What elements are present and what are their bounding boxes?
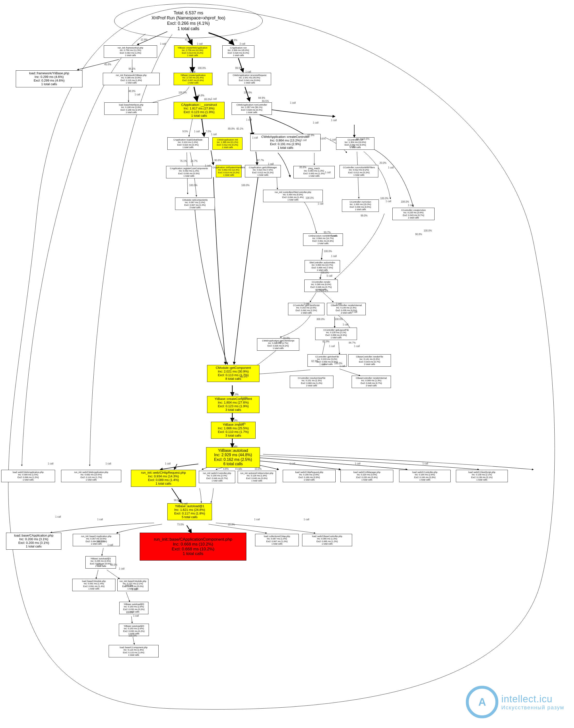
node-getViewFile[interactable]: CController::getViewFileInc: 0.215 ms (3… [308,354,347,367]
node-controller-render[interactable]: CController::renderInc: 0.395 ms (6.0%)E… [304,279,338,292]
node-capp-run[interactable]: CApplication::runInc: 2.999 ms (45.9%)Ex… [222,45,254,58]
root-excl: Excl: 0.266 ms (4.1%) [167,21,210,26]
node-runActionWithFilters[interactable]: CController::runActionWithFiltersInc: 0.… [339,165,378,178]
watermark-logo: A intellect.icu Искусственный разум [466,686,564,718]
node-createController[interactable]: CWebApplication::createControllerInc: 0.… [250,134,321,151]
node-renderFile[interactable]: CBaseController::renderFileInc: 0.141 ms… [348,354,391,367]
node-run-init-cappcomponent[interactable]: run_init::base/CApplicationComponent.php… [140,533,246,561]
node-processRequest[interactable]: CWebApplication::processRequestInc: 2.94… [228,73,271,85]
node-preg-match[interactable]: preg_matchInc: 0.083 ms (1.3%)Excl: 0.08… [293,166,335,178]
node-run-init-cmodule[interactable]: run_init::base/CModule.phpInc: 0.137 ms … [117,579,149,591]
edges-layer [0,0,574,728]
node-getUrlManager[interactable]: CApplication::getUrlManagerInc: 0.514 ms… [245,165,281,178]
node-capp-construct[interactable]: CApplication::__constructInc: 1.817 ms (… [174,102,224,119]
node-load-cwebapp[interactable]: load::web/CWebApplication.phpInc: 0.099 … [1,470,55,482]
node-cwebapp-init[interactable]: CWebApplication::initInc: 1.385 ms (21.2… [212,137,243,150]
node-run-init-sitecontroller[interactable]: run_init::controllers/SiteController.php… [263,190,323,202]
logo-brand: intellect.icu [501,694,564,704]
node-load-ccontroller[interactable]: load::web/CController.phpInc: 0.184 ms (… [399,470,451,482]
logo-icon: A [466,686,498,718]
node-load-cclientscript[interactable]: load::web/CClientScript.phpInc: 0.139 ms… [456,470,508,482]
node-loadGlobalState[interactable]: CApplication::loadGlobalStateInc: 0.124 … [167,137,209,150]
node-autoload-2[interactable]: YiiBase::autoload@2Inc: 0.235 ms (4.5%)E… [85,556,116,569]
node-load-yiibase[interactable]: load::framework/YiiBase.phpInc: 0.299 ms… [16,70,82,87]
node-load-capplication[interactable]: load::base/CApplication.phpInc: 0.200 ms… [6,533,62,550]
node-runAction[interactable]: CController::runActionInc: 1.000 ms (15.… [342,199,379,212]
node-createAction[interactable]: CController::createActionInc: 0.233 ms (… [393,208,435,220]
total-time: Total: 6.537 ms [174,10,203,16]
node-renderPartial[interactable]: CBaseController::renderInternalInc: 0.14… [327,303,366,315]
node-autoload-3b[interactable]: YiiBase::autoload@3Inc: 0.183 ms (2.8%)E… [119,624,149,636]
node-initSystemHandlers[interactable]: CApplication::initSystemHandlersInc: 0.8… [216,165,242,178]
root-node[interactable]: Total: 6.537 ms XHProf Run (Namespace=xh… [114,4,262,38]
node-runWithParams[interactable]: CInlineAction::runWithParamsInc: 0.964 m… [303,233,343,246]
node-createComponent[interactable]: YiiBase::createComponentInc: 1.804 ms (2… [207,396,259,413]
logo-tagline: Искусственный разум [501,704,564,711]
node-run-init-cwebapp[interactable]: run_init::web/CWebApplication.phpInc: 0.… [61,470,121,482]
node-yiibase-import[interactable]: YiiBase::importInc: 1.666 ms (25.5%)Excl… [211,422,256,439]
node-load-ccomponent[interactable]: load::base/CComponent.phpInc: 0.115 ms (… [109,645,159,657]
node-actionIndex[interactable]: SiteController::actionIndexInc: 0.893 ms… [304,260,340,272]
node-load-interfaces[interactable]: load::base/interfaces.phpInc: 0.188 ms (… [104,103,158,115]
node-renderInternal[interactable]: CBaseController::renderInternalInc: 0.08… [352,376,391,388]
node-getClientScript2[interactable]: CWebApplication::getClientScriptInc: 0.3… [257,338,299,351]
node-runController[interactable]: CWebApplication::runControllerInc: 2.357… [232,103,272,115]
node-run-init-ccontroller[interactable]: run_init::web/CController.phpInc: 0.155 … [199,471,235,483]
node-registerCoreComponents[interactable]: CApplication::registerCoreComponentsInc:… [166,166,212,178]
node-resolveViewFile[interactable]: CController::resolveViewFileInc: 0.151 m… [290,376,333,388]
root-calls: 1 total calls [177,26,199,32]
node-load-cbasecontroller[interactable]: load::web/CBaseController.phpInc: 0.085 … [302,534,352,546]
node-createApplication[interactable]: YiiBase::createApplicationInc: 2.720 ms … [174,73,212,85]
node-autoload-3[interactable]: YiiBase::autoload@3Inc: 0.183 ms (2.8%)E… [119,602,149,614]
node-run-init-yiibase[interactable]: run_init::framework/YiiBase.phpInc: 0.38… [103,73,160,85]
node-run-init-yii[interactable]: run_init::framework/yii.phpInc: 0.750 ms… [104,45,157,58]
node-getLayoutFile[interactable]: CController::getLayoutFileInc: 0.135 ms … [315,328,357,340]
node-getClientScript[interactable]: CController::getClientScriptInc: 0.162 m… [288,303,324,315]
node-createWebApplication[interactable]: YiiBase::createWebApplicationInc: 2.739 … [174,45,211,58]
node-yiibase-autoload[interactable]: YiiBase::autoloadInc: 2.929 ms (44.8%)Ex… [206,447,260,468]
node-load-cmodule[interactable]: load::base/CModule.phpInc: 0.091 ms (1.4… [72,579,115,591]
node-run-init-chttprequest[interactable]: run_init::web/CHttpRequest.phpInc: 0.934… [131,470,196,487]
node-load-curlmanager[interactable]: load::web/CUrlManager.phpInc: 0.220 ms (… [340,470,393,482]
node-run-init-cinlineaction[interactable]: run_init::actions/CInlineAction.phpInc: … [238,471,276,483]
node-controller-run[interactable]: CController::runInc: 1.304 ms (19.9%)Exc… [336,137,374,150]
node-autoload-1[interactable]: YiiBase::autoload@1Inc: 1.621 ms (24.8%)… [167,503,212,520]
node-load-chttprequest[interactable]: load::web/CHttpRequest.phpInc: 0.180 ms … [283,470,336,482]
run-name: XHProf Run (Namespace=xhprof_foo) [152,15,226,21]
node-getComponent[interactable]: CModule::getComponentInc: 2.021 ms (30.9… [207,365,259,382]
node-setComponents[interactable]: CModule::setComponentsInc: 0.067 ms (1.0… [175,197,215,210]
node-load-cmap[interactable]: load::collections/CMap.phpInc: 0.067 ms … [255,534,299,546]
node-run-init-capplication[interactable]: run_init::base/CApplication.phpInc: 0.35… [73,534,120,546]
